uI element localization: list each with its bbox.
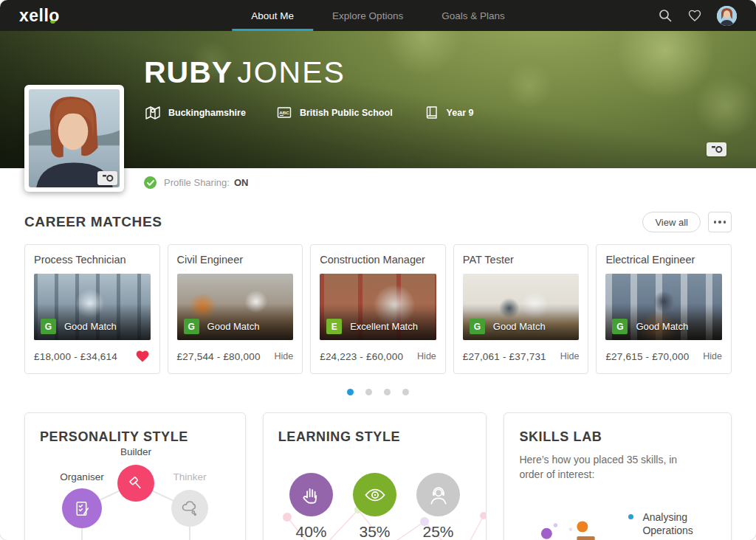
node-label-builder: Builder <box>120 446 151 457</box>
personality-node-thinker[interactable] <box>171 490 208 527</box>
more-options-button[interactable] <box>708 212 732 232</box>
career-card[interactable]: Construction Manager E Excellent Match £… <box>310 244 446 374</box>
learning-style-kinesthetic[interactable]: 40% <box>289 473 333 540</box>
career-photo: G Good Match <box>34 274 151 340</box>
tab-goals-plans[interactable]: Goals & Plans <box>422 0 524 31</box>
career-title: Civil Engineer <box>177 254 294 266</box>
match-label: Good Match <box>207 321 260 332</box>
camera-icon[interactable] <box>97 171 117 185</box>
location-label: Buckinghamshire <box>168 108 246 118</box>
hide-link[interactable]: Hide <box>560 351 580 361</box>
search-icon[interactable] <box>658 8 673 23</box>
node-label-thinker: Thinker <box>173 471 206 482</box>
career-photo: G Good Match <box>177 274 294 340</box>
hammer-icon <box>126 474 146 494</box>
location-item: Buckinghamshire <box>144 104 246 122</box>
salary-range: £27,544 - £80,000 <box>177 351 261 362</box>
map-pin-icon <box>144 104 162 122</box>
hide-link[interactable]: Hide <box>417 351 436 361</box>
salary-range: £24,223 - £60,000 <box>320 351 403 362</box>
career-card[interactable]: Process Technician G Good Match £18,000 … <box>24 244 160 374</box>
skills-description: Here’s how you placed 35 skills, in orde… <box>519 452 700 482</box>
books-icon <box>422 104 440 122</box>
learning-style-auditory[interactable]: 25% <box>416 473 460 540</box>
favorite-heart-icon[interactable] <box>134 349 151 364</box>
school-label: British Public School <box>300 108 393 118</box>
xello-logo[interactable]: xello <box>19 7 55 24</box>
career-matches-title: CAREER MATCHES <box>24 214 162 230</box>
profile-photo[interactable] <box>24 85 124 192</box>
personality-style-panel[interactable]: PERSONALITY STYLE Builder Organiser Thin… <box>24 412 246 540</box>
career-title: Process Technician <box>34 254 151 266</box>
tab-explore-options[interactable]: Explore Options <box>313 0 422 31</box>
hide-link[interactable]: Hide <box>274 351 293 361</box>
career-card[interactable]: PAT Tester G Good Match £27,061 - £37,73… <box>453 244 589 374</box>
match-row: G Good Match <box>184 319 260 334</box>
match-badge: E <box>326 319 342 334</box>
learning-title: LEARNING STYLE <box>278 429 472 445</box>
profile-banner: RUBYJONES Buckinghamshire ABC British Pu… <box>0 31 756 168</box>
learning-percent: 35% <box>360 523 391 540</box>
match-label: Good Match <box>64 321 117 332</box>
skills-lab-panel[interactable]: SKILLS LAB Here’s how you placed 35 skil… <box>504 412 732 540</box>
bullet-icon <box>628 514 633 519</box>
pagination-dot[interactable] <box>384 389 391 395</box>
favorites-heart-icon[interactable] <box>687 8 702 23</box>
headphones-icon <box>427 484 450 506</box>
top-nav: xello About Me Explore Options Goals & P… <box>0 0 756 31</box>
nav-actions <box>658 6 737 26</box>
skill-label: Analysing Operations <box>642 510 732 537</box>
view-all-button[interactable]: View all <box>642 212 701 232</box>
sharing-label: Profile Sharing: <box>164 177 230 188</box>
ellipsis-icon <box>714 221 717 224</box>
personality-diagram: Builder Organiser Thinker <box>40 449 230 540</box>
career-card[interactable]: Electrical Engineer G Good Match £27,615… <box>596 244 732 374</box>
skill-item[interactable]: Analysing Operations <box>628 510 732 537</box>
lab-flasks-illustration <box>519 502 622 540</box>
career-cards-row: Process Technician G Good Match £18,000 … <box>24 244 732 374</box>
learning-diagram: 40% 35% <box>278 473 472 540</box>
year-label: Year 9 <box>447 108 474 118</box>
year-item: Year 9 <box>422 104 474 122</box>
career-photo: G Good Match <box>463 274 580 340</box>
match-row: G Good Match <box>41 319 117 334</box>
user-avatar[interactable] <box>717 6 737 26</box>
career-matches-actions: View all <box>642 212 732 232</box>
banner-camera-icon[interactable] <box>707 142 726 156</box>
personality-node-organiser[interactable] <box>62 488 102 528</box>
career-title: Construction Manager <box>320 254 436 266</box>
match-label: Good Match <box>636 321 688 332</box>
career-photo: E Excellent Match <box>320 274 436 340</box>
profile-meta: Buckinghamshire ABC British Public Schoo… <box>144 104 473 122</box>
carousel-pagination <box>24 389 732 395</box>
main-content: CAREER MATCHES View all Process Technici… <box>0 212 756 540</box>
svg-text:ABC: ABC <box>279 110 289 115</box>
hand-icon <box>300 484 323 506</box>
skills-list: Analysing Operations Evaluating Systems <box>628 510 732 540</box>
pagination-dot-active[interactable] <box>347 389 354 395</box>
learning-percent: 25% <box>423 523 454 540</box>
salary-range: £27,061 - £37,731 <box>463 351 546 362</box>
hide-link[interactable]: Hide <box>703 351 722 361</box>
match-badge: G <box>41 319 56 334</box>
learning-style-visual[interactable]: 35% <box>353 473 396 540</box>
career-title: PAT Tester <box>463 254 580 266</box>
personality-node-builder[interactable] <box>117 465 154 502</box>
career-matches-header: CAREER MATCHES View all <box>24 212 732 232</box>
learning-style-panel[interactable]: LEARNING STYLE <box>263 412 487 540</box>
pagination-dot[interactable] <box>365 389 372 395</box>
match-badge: G <box>184 319 199 334</box>
school-board-icon: ABC <box>275 104 293 122</box>
career-card[interactable]: Civil Engineer G Good Match £27,544 - £8… <box>168 244 303 374</box>
match-badge: G <box>612 319 628 334</box>
last-name: JONES <box>237 55 346 89</box>
summary-panels: PERSONALITY STYLE Builder Organiser Thin… <box>24 412 732 540</box>
main-navigation: About Me Explore Options Goals & Plans <box>232 0 523 31</box>
match-label: Good Match <box>493 321 546 332</box>
pagination-dot[interactable] <box>402 389 409 395</box>
tab-about-me[interactable]: About Me <box>232 0 313 31</box>
check-icon <box>144 176 157 189</box>
learning-percent: 40% <box>296 523 327 540</box>
skills-title: SKILLS LAB <box>519 429 716 445</box>
salary-range: £27,615 - £70,000 <box>605 351 689 362</box>
